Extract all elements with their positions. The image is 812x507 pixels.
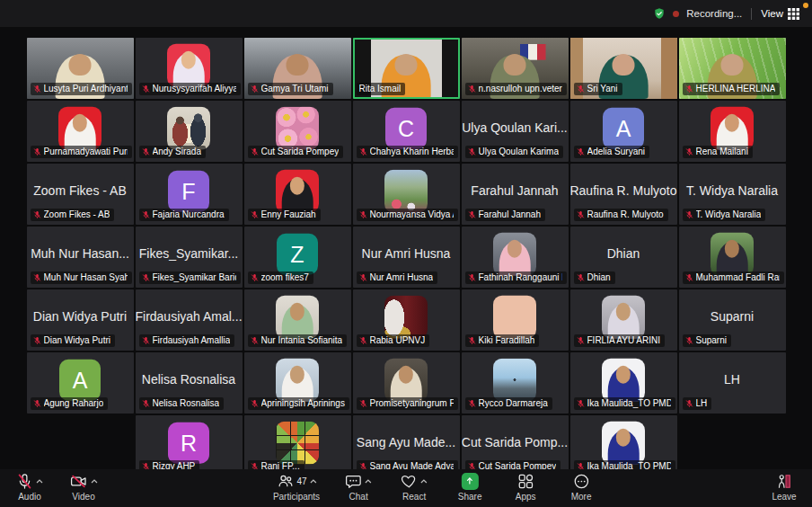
participant-name-tag: Enny Fauziah [248,209,321,221]
participant-tile[interactable]: Nur Intania Sofianita [244,289,351,351]
participant-name-tag: Fathinah Ranggauni Hardy [465,271,567,284]
audio-button[interactable]: Audio [13,472,47,502]
participant-tile[interactable]: Ika Maulida_TO PMDT Kalsel [570,415,677,469]
letter-avatar: A [603,108,644,149]
participant-name: Andy Sirada [153,147,201,157]
participant-tile[interactable]: Zzoom fikes7 [244,227,351,288]
participant-tile[interactable]: Rycco Darmareja [462,352,569,414]
participant-name-tag: Cut Sarida Pompey [248,146,344,158]
participant-name: Promisetyaningrum Fitria N... [370,398,454,409]
muted-mic-icon [33,84,41,93]
muted-mic-icon [468,336,476,345]
participant-tile[interactable]: Raufina R. MulyotoRaufina R. Mulyoto [570,164,677,225]
participants-button[interactable]: 47 Participants [273,472,320,502]
participant-tile[interactable]: Zoom Fikes - ABZoom Fikes - AB [27,164,134,225]
participant-tile[interactable]: Ika Maulida_TO PMDT Kalsel [570,352,677,414]
participant-name: Chahya Kharin Herbawani [370,147,454,157]
chat-label: Chat [349,492,368,502]
chat-button[interactable]: Chat [341,472,375,502]
muted-mic-icon [142,462,150,469]
participant-tile[interactable]: Ulya Qoulan Kari...Ulya Qoulan Karima [462,101,569,162]
muted-mic-icon [33,399,41,408]
video-button[interactable]: Video [66,472,101,502]
participant-tile[interactable]: Dian Widya PutriDian Widya Putri [27,289,134,351]
participant-name-tag: HERLINA HERLINA [683,83,781,95]
participant-tile[interactable]: Nourmayansa Vidya Anggra... [353,164,460,225]
participant-name: Apriningsih Apriningsih [261,398,345,409]
participant-name-tag: Fajaria Nurcandra [139,209,229,221]
participant-tile[interactable]: Lusyta Puri Ardhiyanti [27,38,134,99]
participant-name: Ika Maulida_TO PMDT Kalsel [587,461,671,469]
participant-tile[interactable]: Farahul JannahFarahul Jannah [462,164,569,225]
participant-tile[interactable]: Sri Yani [570,38,677,99]
share-label: Share [458,492,482,502]
participant-name-tag: zoom fikes7 [248,271,313,284]
participant-tile[interactable]: Rabia UPNVJ [353,289,460,351]
participant-tile[interactable]: HERLINA HERLINA [679,38,786,99]
participant-tile[interactable]: FIRLIA AYU ARINI [570,289,677,351]
muted-mic-icon [468,399,476,408]
participant-tile[interactable]: Cut Sarida Pomp...Cut Sarida Pompey [462,415,569,469]
participant-tile[interactable]: SuparniSuparni [679,289,786,351]
participant-tile[interactable]: Rani FP... [244,415,351,469]
participant-name-tag: Nur Intania Sofianita [248,334,348,347]
participant-row-7: RRizqy AHPRani FP...Sang Ayu Made...Sang… [27,415,786,469]
muted-mic-icon [251,210,259,219]
apps-button[interactable]: Apps [508,472,543,502]
participant-tile[interactable]: Firdausiyah Amal...Firdausiyah Amallia [136,289,243,351]
participant-tile[interactable]: Andy Sirada [136,101,243,162]
participant-name-tag: Dhian [574,271,615,284]
participant-tile[interactable]: FFajaria Nurcandra [136,164,243,225]
participant-tile[interactable]: n.nasrulloh upn.veteran.jaka... [462,38,569,99]
participant-tile[interactable]: Sang Ayu Made...Sang Ayu Made Adyani [353,415,460,469]
participant-tile[interactable]: Promisetyaningrum Fitria N... [353,352,460,414]
participant-name-tag: Nelisa Rosnalisa [139,397,224,410]
participant-tile[interactable]: Kiki Faradillah [462,289,569,351]
participant-name: Firdausiyah Amallia [153,335,231,346]
participant-name-tag: Apriningsih Apriningsih [248,397,349,410]
participant-tile[interactable]: Purnamadyawati Purnamad... [27,101,134,162]
muted-mic-icon [577,462,585,469]
participant-tile[interactable]: CChahya Kharin Herbawani [353,101,460,162]
participant-tile[interactable]: Rita Ismail [353,38,460,99]
participant-tile[interactable]: Muh Nur Hasan...Muh Nur Hasan Syah [27,227,134,288]
participant-tile[interactable]: RRizqy AHP [136,415,243,469]
share-screen-icon [462,473,479,490]
participant-name-tag: Cut Sarida Pompey [465,460,561,469]
participant-tile[interactable]: Nur Amri HusnaNur Amri Husna [353,227,460,288]
participant-tile[interactable]: Apriningsih Apriningsih [244,352,351,414]
video-gallery: Lusyta Puri ArdhiyantiNurusysyarifah Ali… [0,27,812,469]
audio-label: Audio [18,492,41,502]
participant-tile[interactable]: Fikes_Syamikar...Fikes_Syamikar Baridwan… [136,227,243,288]
leave-label: Leave [772,492,796,502]
participant-tile[interactable]: Nelisa RosnalisaNelisa Rosnalisa [136,352,243,414]
avatar-woman-cream-hijab-photo [384,359,428,402]
share-button[interactable]: Share [453,472,487,502]
participant-tile[interactable]: Rena Mailani [679,101,786,162]
participant-name-tag: Fikes_Syamikar Baridwan S... [139,271,241,284]
participant-tile[interactable]: Nurusysyarifah Aliyyah [136,38,243,99]
participant-tile[interactable]: AAdelia Suryani [570,101,677,162]
leave-button[interactable]: Leave [767,472,801,502]
heart-icon [401,473,418,490]
more-button[interactable]: More [564,472,598,502]
participant-tile[interactable]: T. Widya NaraliaT. Widya Naralia [679,164,786,225]
participant-tile[interactable]: Enny Fauziah [244,164,351,225]
participant-tile[interactable]: Cut Sarida Pompey [244,101,351,162]
participant-name-tag: Nurusysyarifah Aliyyah [139,83,241,95]
muted-mic-icon [142,147,150,156]
participant-tile[interactable]: Muhammad Fadli Ramadha... [679,227,786,288]
participant-name-tag: Rizqy AHP [139,460,200,469]
participant-row-2: Purnamadyawati Purnamad...Andy SiradaCut… [27,101,786,162]
participant-tile[interactable]: Fathinah Ranggauni Hardy [462,227,569,288]
view-button[interactable]: View [761,8,799,20]
participant-tile[interactable]: AAgung Raharjo [27,352,134,414]
react-button[interactable]: React [397,472,431,502]
participant-tile[interactable]: DhianDhian [570,227,677,288]
participants-label: Participants [273,492,320,502]
muted-mic-icon [33,273,41,282]
participant-tile[interactable]: Gamya Tri Utami [244,38,351,99]
chat-icon [345,473,362,490]
apps-label: Apps [516,492,536,502]
participant-tile[interactable]: LHLH [679,352,786,414]
